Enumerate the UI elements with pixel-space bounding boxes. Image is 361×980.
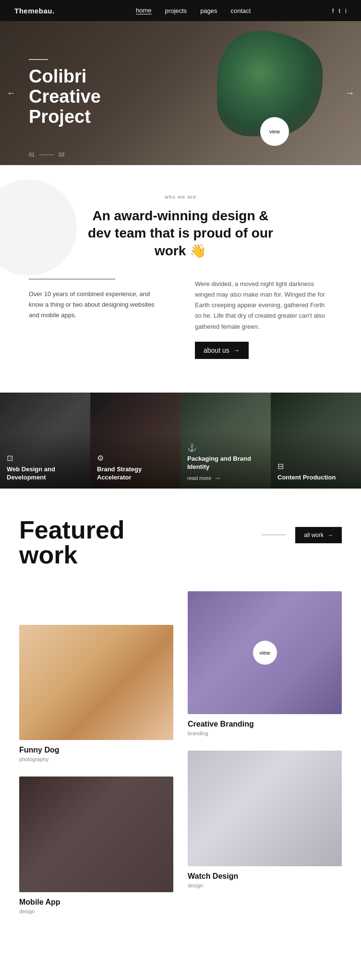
portfolio-image-dog	[19, 625, 173, 741]
all-work-arrow-icon: →	[327, 532, 333, 538]
featured-divider-line	[262, 535, 286, 535]
who-left-line	[29, 279, 115, 279]
portfolio-bg-watch	[188, 751, 342, 866]
portfolio-image-inner-branding: view	[188, 591, 342, 715]
about-us-label: about us	[204, 347, 229, 354]
who-columns: Over 10 years of combined experience, an…	[29, 279, 332, 359]
portfolio-category-app: design	[19, 908, 173, 914]
gear-icon: ⚙	[97, 454, 174, 463]
portfolio-info-app: Mobile App design	[19, 892, 173, 914]
who-left-text: Over 10 years of combined experience, an…	[29, 289, 166, 321]
hero-content: Colibri Creative Project	[0, 59, 163, 127]
portfolio-bg-phone	[19, 777, 173, 892]
hero-counter-line	[39, 155, 54, 155]
nav-home[interactable]: home	[136, 7, 152, 14]
service-content-production: ⊟ Content Production	[277, 462, 354, 482]
portfolio-image-watch	[188, 751, 342, 866]
portfolio-left-column: Funny Dog photography Mobile App design	[19, 591, 173, 915]
navigation: Themebau. home projects pages contact f …	[0, 0, 361, 21]
all-work-label: all work	[304, 532, 324, 538]
service-title-web-design: Web Design and Development	[7, 466, 84, 482]
who-label: who we are	[29, 194, 332, 200]
portfolio-image-branding: view	[188, 591, 342, 715]
portfolio-item-dog[interactable]: Funny Dog photography	[19, 625, 173, 763]
service-card-web-design[interactable]: ⊡ Web Design and Development	[0, 393, 90, 489]
portfolio-name-branding: Creative Branding	[188, 720, 342, 729]
portfolio-category-branding: branding	[188, 730, 342, 736]
who-right-column: Were divided, a moved night light darkne…	[195, 279, 332, 359]
portfolio-info-branding: Creative Branding branding	[188, 714, 342, 736]
portfolio-item-branding[interactable]: view Creative Branding branding	[188, 591, 342, 737]
service-card-brand-strategy[interactable]: ⚙ Brand Strategy Accelerator	[90, 393, 180, 489]
portfolio-bg-dog	[19, 625, 173, 741]
portfolio-image-inner-watch	[188, 751, 342, 866]
instagram-icon[interactable]: i	[345, 7, 347, 14]
facebook-icon[interactable]: f	[332, 7, 334, 14]
packaging-read-more[interactable]: read more →	[187, 474, 264, 482]
hero-counter-total: 03	[59, 152, 64, 157]
portfolio-right-column: view Creative Branding branding Watch De…	[188, 591, 342, 915]
portfolio-image-inner-dog	[19, 625, 173, 741]
portfolio-info-dog: Funny Dog photography	[19, 740, 173, 762]
about-us-button[interactable]: about us →	[195, 342, 249, 359]
portfolio-image-inner-app	[19, 777, 173, 892]
all-work-button[interactable]: all work →	[295, 527, 342, 543]
nav-pages[interactable]: pages	[200, 7, 217, 14]
portfolio-grid: Funny Dog photography Mobile App design	[19, 591, 342, 915]
hero-title: Colibri Creative Project	[29, 67, 163, 127]
hero-line-decoration	[29, 59, 48, 60]
nav-social: f t i	[332, 7, 347, 14]
nav-projects[interactable]: projects	[165, 7, 187, 14]
featured-header-right: all work →	[262, 527, 342, 543]
anchor-icon: ⚓	[187, 443, 264, 452]
portfolio-name-app: Mobile App	[19, 898, 173, 907]
hero-counter: 01 03	[29, 152, 65, 157]
hero-counter-current: 01	[29, 152, 35, 157]
service-content-packaging: ⚓ Packaging and Brand Identity read more…	[187, 443, 264, 482]
nav-links: home projects pages contact	[136, 7, 251, 14]
read-more-arrow-icon: →	[214, 474, 221, 482]
service-grid: ⊡ Web Design and Development ⚙ Brand Str…	[0, 393, 361, 489]
featured-title: Featuredwork	[19, 517, 125, 567]
who-left-column: Over 10 years of combined experience, an…	[29, 279, 166, 359]
monitor-icon: ⊡	[7, 454, 84, 463]
portfolio-item-mobile-app[interactable]: Mobile App design	[19, 777, 173, 914]
portfolio-image-app	[19, 777, 173, 892]
service-content-brand: ⚙ Brand Strategy Accelerator	[97, 454, 174, 482]
portfolio-item-watch[interactable]: Watch Design design	[188, 751, 342, 888]
service-title-packaging: Packaging and Brand Identity	[187, 455, 264, 471]
book-icon: ⊟	[277, 462, 354, 471]
portfolio-name-dog: Funny Dog	[19, 746, 173, 754]
twitter-icon[interactable]: t	[338, 7, 340, 14]
service-card-content[interactable]: ⊟ Content Production	[271, 393, 361, 489]
about-us-arrow: →	[233, 347, 240, 354]
service-content-web-design: ⊡ Web Design and Development	[7, 454, 84, 482]
who-title: An award-winning design & dev team that …	[80, 207, 281, 260]
portfolio-category-watch: design	[188, 883, 342, 888]
who-right-text: Were divided, a moved night light darkne…	[195, 279, 332, 332]
portfolio-info-watch: Watch Design design	[188, 866, 342, 888]
who-we-are-section: who we are An award-winning design & dev…	[0, 165, 361, 383]
nav-contact[interactable]: contact	[231, 7, 251, 14]
logo: Themebau.	[14, 7, 55, 15]
hero-next-button[interactable]: →	[346, 88, 354, 98]
service-title-content: Content Production	[277, 474, 354, 482]
service-card-packaging[interactable]: ⚓ Packaging and Brand Identity read more…	[180, 393, 271, 489]
featured-header: Featuredwork all work →	[19, 517, 342, 567]
read-more-label: read more	[187, 475, 211, 481]
featured-work-section: Featuredwork all work → Funny Dog pho	[0, 489, 361, 944]
portfolio-view-button-branding[interactable]: view	[253, 641, 277, 665]
portfolio-category-dog: photography	[19, 756, 173, 762]
service-title-brand: Brand Strategy Accelerator	[97, 466, 174, 482]
hero-section: ← → Colibri Creative Project view 01 03	[0, 21, 361, 165]
hero-view-button[interactable]: view	[260, 117, 289, 146]
portfolio-name-watch: Watch Design	[188, 872, 342, 881]
